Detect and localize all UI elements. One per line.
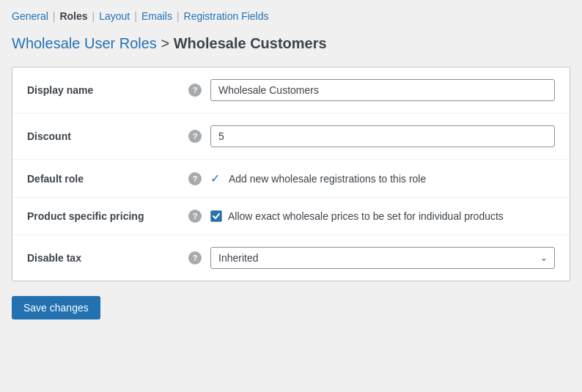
save-changes-button[interactable]: Save changes <box>12 296 100 319</box>
help-discount[interactable]: ? <box>188 130 202 143</box>
breadcrumb-separator: > <box>161 35 173 51</box>
form-card: Display name ? Discount ? Default role ?… <box>12 67 570 281</box>
input-display-name[interactable] <box>210 79 555 101</box>
form-row-product-pricing: Product specific pricing ? Allow exact w… <box>12 198 570 235</box>
tab-general[interactable]: General <box>12 9 48 23</box>
checkbox-label-default-role: Add new wholesale registrations to this … <box>229 173 426 185</box>
input-discount[interactable] <box>210 125 555 147</box>
form-row-display-name: Display name ? <box>12 67 570 114</box>
help-display-name[interactable]: ? <box>188 84 202 97</box>
label-display-name: Display name <box>27 84 188 96</box>
label-default-role: Default role <box>27 173 188 185</box>
checkbox-row-product-pricing[interactable]: Allow exact wholesale prices to be set f… <box>210 210 504 222</box>
checkbox-label-product-pricing: Allow exact wholesale prices to be set f… <box>228 210 504 222</box>
tab-emails[interactable]: Emails <box>141 9 172 23</box>
form-row-default-role: Default role ? ✓ Add new wholesale regis… <box>12 160 570 198</box>
nav-tabs: General | Roles | Layout | Emails | Regi… <box>12 9 570 23</box>
label-disable-tax: Disable tax <box>27 252 188 264</box>
page-wrapper: General | Roles | Layout | Emails | Regi… <box>0 0 582 392</box>
form-row-discount: Discount ? <box>12 114 570 160</box>
control-product-pricing: Allow exact wholesale prices to be set f… <box>210 210 555 222</box>
breadcrumb-current: Wholesale Customers <box>174 35 327 51</box>
select-wrapper-disable-tax: Inherited Yes No ⌄ <box>210 247 555 269</box>
checkbox-row-default-role: ✓ Add new wholesale registrations to thi… <box>210 171 426 185</box>
control-display-name <box>210 79 555 101</box>
tab-layout[interactable]: Layout <box>99 9 130 23</box>
help-disable-tax[interactable]: ? <box>188 251 202 265</box>
checkbox-product-pricing[interactable] <box>210 210 222 222</box>
breadcrumb: Wholesale User Roles > Wholesale Custome… <box>12 35 570 52</box>
form-row-disable-tax: Disable tax ? Inherited Yes No ⌄ <box>12 235 570 281</box>
control-disable-tax: Inherited Yes No ⌄ <box>210 247 555 269</box>
tab-roles[interactable]: Roles <box>59 9 87 23</box>
control-default-role: ✓ Add new wholesale registrations to thi… <box>210 171 555 185</box>
help-product-pricing[interactable]: ? <box>188 210 202 223</box>
select-disable-tax[interactable]: Inherited Yes No <box>210 247 555 269</box>
breadcrumb-parent-link[interactable]: Wholesale User Roles <box>12 35 157 51</box>
control-discount <box>210 125 555 147</box>
label-product-pricing: Product specific pricing <box>27 210 188 222</box>
help-default-role[interactable]: ? <box>188 172 202 185</box>
checkmark-icon: ✓ <box>210 171 220 185</box>
label-discount: Discount <box>27 130 188 142</box>
tab-registration-fields[interactable]: Registration Fields <box>184 9 269 23</box>
